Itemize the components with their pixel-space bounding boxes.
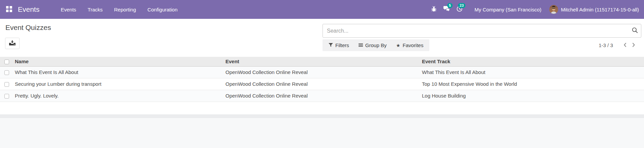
cell-event-track[interactable]: What This Event Is All About [421,66,644,78]
app-brand-title[interactable]: Events [18,5,39,13]
table-row[interactable]: What This Event Is All About OpenWood Co… [0,66,644,78]
messages-count-badge: 5 [447,3,453,8]
page-title: Event Quizzes [5,24,51,32]
column-header-event[interactable]: Event [224,57,421,66]
cell-event-track[interactable]: Log House Building [421,90,644,102]
apps-menu-button[interactable] [5,5,13,13]
cell-name[interactable]: What This Event Is All About [13,66,224,78]
search-submit-button[interactable] [629,24,641,37]
row-checkbox[interactable] [4,70,9,75]
favorites-button[interactable]: ★ Favorites [391,39,428,51]
cell-name[interactable]: Pretty. Ugly. Lovely. [13,90,224,102]
apps-grid-icon [6,6,12,13]
row-checkbox[interactable] [4,82,9,87]
content-bottom-divider [0,114,644,118]
table-row[interactable]: Securing your Lumber during transport Op… [0,78,644,90]
group-by-button[interactable]: Group By [354,39,391,51]
chevron-left-icon [623,42,627,48]
export-button[interactable] [5,38,20,49]
row-select-cell [0,78,13,90]
chevron-right-icon [632,42,636,48]
star-icon: ★ [396,43,400,48]
column-header-event-track[interactable]: Event Track [421,57,644,66]
top-navbar: Events Events Tracks Reporting Configura… [0,0,644,19]
table-row[interactable]: Pretty. Ugly. Lovely. OpenWood Collectio… [0,90,644,102]
activities-button[interactable]: 23 [453,0,466,19]
select-all-cell [0,57,13,66]
cell-name[interactable]: Securing your Lumber during transport [13,78,224,90]
filters-button[interactable]: Filters [324,39,354,51]
group-by-icon [359,42,363,48]
search-icon [632,27,638,34]
filters-label: Filters [335,42,349,48]
search-input[interactable] [323,24,629,37]
debug-button[interactable] [427,0,440,19]
pager-value[interactable]: 1-3 / 3 [599,42,613,48]
cell-event[interactable]: OpenWood Collection Online Reveal [224,66,421,78]
menu-item-tracks[interactable]: Tracks [82,0,108,19]
group-by-label: Group By [365,42,387,48]
row-checkbox[interactable] [4,94,9,99]
systray: 5 23 My Company (San Francisco) Mitchell… [427,0,644,19]
menu-item-reporting[interactable]: Reporting [109,0,142,19]
user-name: Mitchell Admin (11517174-15-0-all) [561,7,639,12]
main-menu: Events Tracks Reporting Configuration [55,0,183,19]
cell-event[interactable]: OpenWood Collection Online Reveal [224,78,421,90]
cell-event-track[interactable]: Top 10 Most Expensive Wood in the World [421,78,644,90]
row-select-cell [0,66,13,78]
messages-button[interactable]: 5 [440,0,453,19]
select-all-checkbox[interactable] [4,60,9,64]
pager-previous-button[interactable] [620,40,629,50]
pager: 1-3 / 3 [599,39,638,51]
company-switcher[interactable]: My Company (San Francisco) [466,0,549,19]
filter-funnel-icon [329,42,333,48]
search-bar [323,24,641,38]
table-header-row: Name Event Event Track [0,57,644,66]
bug-icon [431,6,437,13]
activities-count-badge: 23 [458,3,465,8]
quiz-table: Name Event Event Track What This Event I… [0,57,644,102]
download-icon [9,40,16,47]
row-select-cell [0,90,13,102]
column-header-name[interactable]: Name [13,57,224,66]
user-avatar [549,5,558,14]
quiz-list-view: Name Event Event Track What This Event I… [0,57,644,102]
pager-next-button[interactable] [629,40,638,50]
cell-event[interactable]: OpenWood Collection Online Reveal [224,90,421,102]
search-options-bar: Filters Group By ★ Favorites [323,39,429,51]
page-background [0,118,644,148]
user-menu[interactable]: Mitchell Admin (11517174-15-0-all) [549,0,641,19]
menu-item-events[interactable]: Events [55,0,82,19]
menu-item-configuration[interactable]: Configuration [142,0,183,19]
favorites-label: Favorites [403,42,424,48]
